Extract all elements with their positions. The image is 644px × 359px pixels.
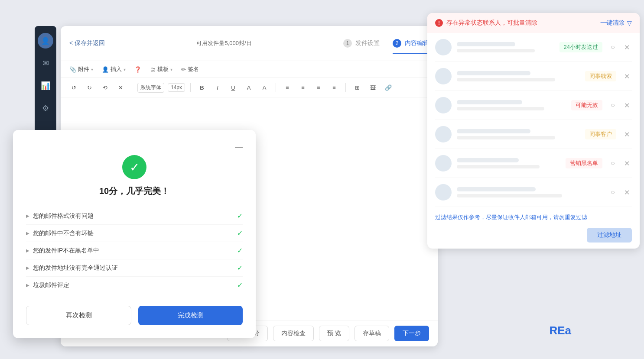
filter-clear-btn[interactable]: 一键清除 ▽ bbox=[600, 19, 632, 27]
image-btn[interactable]: 🖼 bbox=[367, 81, 379, 94]
template-btn[interactable]: 🗂 模板 ▾ bbox=[148, 65, 174, 74]
tab-label-2: 内容编辑 bbox=[405, 39, 429, 47]
remove-icon-4[interactable]: ✕ bbox=[621, 129, 632, 139]
help-btn[interactable]: ❓ bbox=[133, 65, 143, 74]
filter-actions-4: ✕ bbox=[621, 129, 632, 139]
highlight-btn[interactable]: A bbox=[258, 81, 270, 94]
remove-icon-1[interactable]: ✕ bbox=[621, 42, 632, 52]
contact-info-6 bbox=[457, 187, 589, 197]
signature-btn[interactable]: ✏ 签名 bbox=[179, 65, 201, 74]
template-icon: 🗂 bbox=[150, 66, 156, 73]
filter-icon: ▽ bbox=[627, 19, 632, 26]
font-color-btn[interactable]: A bbox=[243, 81, 255, 94]
contact-avatar-6 bbox=[435, 184, 452, 201]
filter-clear-label: 一键清除 bbox=[600, 19, 624, 27]
score-title: 10分，几乎完美！ bbox=[99, 185, 169, 197]
attachment-icon: 📎 bbox=[69, 66, 76, 73]
filter-address-btn[interactable]: 过滤地址 bbox=[587, 228, 632, 243]
content-check-btn[interactable]: 内容检查 bbox=[273, 326, 314, 341]
bold-btn[interactable]: B bbox=[196, 81, 208, 94]
sep4 bbox=[345, 83, 346, 92]
contact-bar2-4 bbox=[457, 136, 555, 139]
sep1 bbox=[132, 83, 132, 92]
attachment-btn[interactable]: 📎 附件 ▾ bbox=[68, 65, 95, 74]
filter-tag-1: 24小时发送过 bbox=[559, 42, 602, 52]
score-item-5: ▶ 垃圾邮件评定 ✓ bbox=[26, 277, 243, 294]
approve-icon-5[interactable]: ○ bbox=[608, 158, 618, 168]
filter-actions-2: ✕ bbox=[621, 71, 632, 81]
contact-info-1 bbox=[457, 42, 554, 52]
format-btn3[interactable]: ⟲ bbox=[99, 81, 111, 94]
score-item-3-left: ▶ 您的发件IP不在黑名单中 bbox=[26, 247, 99, 255]
contact-bar1-4 bbox=[457, 129, 530, 133]
score-item-2: ▶ 您的邮件中不含有坏链 ✓ bbox=[26, 225, 243, 242]
filter-row-5: 营销黑名单 ○ ✕ bbox=[435, 149, 632, 178]
ordered-list-btn[interactable]: ≡ bbox=[297, 81, 309, 94]
format-btn4[interactable]: ✕ bbox=[114, 81, 127, 94]
score-item-4: ▶ 您的发件地址没有完全通过认证 ✓ bbox=[26, 259, 243, 277]
next-step-btn[interactable]: 下一步 bbox=[394, 326, 429, 341]
score-center: ✓ 10分，几乎完美！ bbox=[26, 155, 243, 197]
align-btn[interactable]: ≡ bbox=[312, 81, 325, 94]
filter-tag-2: 同事线索 bbox=[585, 71, 616, 81]
sidebar-icon-chart[interactable]: 📊 bbox=[38, 78, 53, 94]
tab-send-settings[interactable]: 1 发件设置 bbox=[343, 33, 380, 54]
score-check-1: ✓ bbox=[237, 212, 243, 220]
filter-actions-5: ○ ✕ bbox=[608, 158, 632, 168]
warning-dot: ! bbox=[435, 19, 443, 27]
editor-tabs: 1 发件设置 2 内容编辑 bbox=[343, 33, 429, 54]
insert-label: 插入 bbox=[111, 65, 122, 73]
filter-row-3: 可能无效 ○ ✕ bbox=[435, 91, 632, 120]
filter-row-4: 同事客户 ✕ bbox=[435, 120, 632, 149]
remove-icon-3[interactable]: ✕ bbox=[621, 100, 632, 110]
user-avatar[interactable]: 👤 bbox=[38, 33, 53, 49]
filter-btn-row: 过滤地址 bbox=[435, 228, 632, 243]
contact-avatar-2 bbox=[435, 68, 452, 84]
preview-btn[interactable]: 预 览 bbox=[319, 326, 349, 341]
filter-warning-label: 存在异常状态联系人，可批量清除 bbox=[446, 19, 537, 27]
table-btn[interactable]: ⊞ bbox=[351, 81, 363, 94]
score-arrow-2: ▶ bbox=[26, 231, 29, 236]
redo-btn[interactable]: ↻ bbox=[83, 81, 95, 94]
sidebar-icon-mail[interactable]: ✉ bbox=[38, 55, 53, 71]
size-select[interactable]: 14px bbox=[168, 83, 185, 92]
done-check-btn[interactable]: 完成检测 bbox=[138, 306, 243, 325]
sep3 bbox=[276, 83, 276, 92]
font-select[interactable]: 系统字体 bbox=[137, 83, 164, 93]
tab-content-edit[interactable]: 2 内容编辑 bbox=[393, 33, 429, 54]
underline-btn[interactable]: U bbox=[227, 81, 239, 94]
score-item-4-left: ▶ 您的发件地址没有完全通过认证 bbox=[26, 264, 118, 272]
approve-icon-6[interactable]: ○ bbox=[608, 187, 618, 197]
attachment-arrow: ▾ bbox=[91, 67, 93, 72]
filter-tag-3: 可能无效 bbox=[571, 100, 602, 110]
modal-minimize-btn[interactable]: — bbox=[235, 143, 243, 151]
list-btn[interactable]: ≡ bbox=[281, 81, 293, 94]
score-arrow-3: ▶ bbox=[26, 248, 29, 253]
remove-icon-2[interactable]: ✕ bbox=[621, 71, 632, 81]
sidebar-icon-settings[interactable]: ⚙ bbox=[38, 100, 53, 116]
save-draft-btn[interactable]: 存草稿 bbox=[355, 326, 389, 341]
rea-label: REa bbox=[549, 324, 571, 337]
remove-icon-6[interactable]: ✕ bbox=[621, 187, 632, 197]
approve-icon-1[interactable]: ○ bbox=[608, 42, 618, 52]
filter-tag-6 bbox=[594, 191, 602, 194]
sep2 bbox=[190, 83, 191, 92]
tab-num-1: 1 bbox=[343, 39, 352, 48]
filter-tag-5: 营销黑名单 bbox=[566, 158, 602, 168]
contact-info-2 bbox=[457, 71, 580, 81]
remove-icon-5[interactable]: ✕ bbox=[621, 158, 632, 168]
contact-info-3 bbox=[457, 100, 566, 110]
insert-btn[interactable]: 👤 插入 ▾ bbox=[100, 65, 127, 74]
link-btn[interactable]: 🔗 bbox=[382, 81, 394, 94]
score-arrow-1: ▶ bbox=[26, 213, 29, 218]
approve-icon-3[interactable]: ○ bbox=[608, 100, 618, 110]
contact-avatar-4 bbox=[435, 126, 452, 142]
modal-header: — bbox=[26, 143, 243, 151]
italic-btn[interactable]: I bbox=[211, 81, 224, 94]
back-button[interactable]: < 保存并返回 bbox=[69, 39, 105, 47]
template-arrow: ▾ bbox=[170, 67, 172, 72]
undo-btn[interactable]: ↺ bbox=[68, 81, 80, 94]
indent-btn[interactable]: ≡ bbox=[328, 81, 340, 94]
recheck-btn[interactable]: 再次检测 bbox=[26, 306, 131, 325]
score-item-2-label: 您的邮件中不含有坏链 bbox=[33, 230, 94, 237]
